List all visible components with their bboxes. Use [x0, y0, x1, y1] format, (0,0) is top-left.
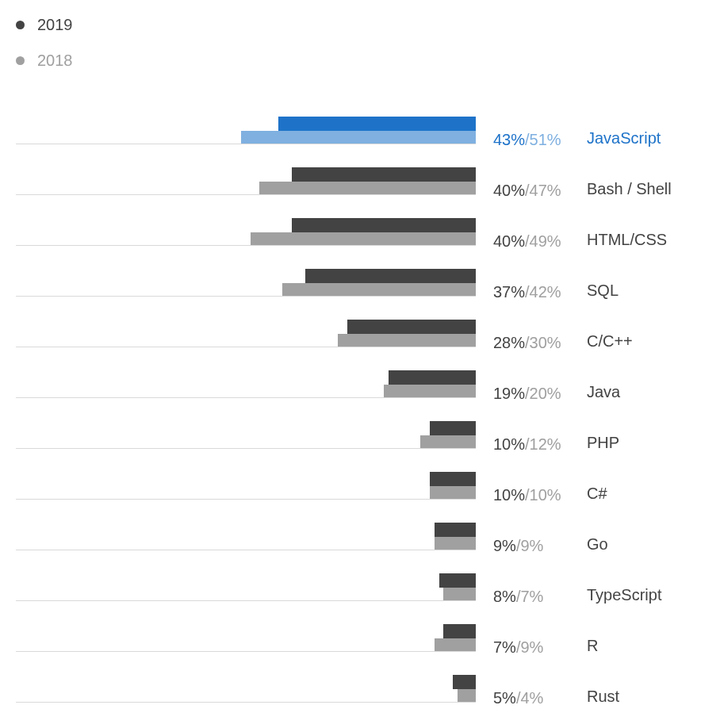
- bar-track: [16, 195, 476, 246]
- bar-2019: [430, 421, 476, 435]
- bar-track: [16, 601, 476, 652]
- bar-2018: [435, 638, 476, 651]
- bar-2018: [259, 182, 476, 194]
- bar-2019: [439, 573, 476, 588]
- value-labels: 5%/4%: [476, 652, 587, 703]
- legend-dot-2018-icon: [16, 56, 25, 65]
- bar-2018: [338, 334, 476, 347]
- chart-row: 10%/10%C#: [16, 449, 712, 500]
- value-labels: 9%/9%: [476, 500, 587, 550]
- bar-2018: [384, 385, 476, 397]
- bar-2018: [458, 689, 476, 702]
- value-labels: 10%/10%: [476, 449, 587, 500]
- legend-dot-2019-icon: [16, 21, 25, 29]
- chart-row: 5%/4%Rust: [16, 652, 712, 703]
- value-labels: 19%/20%: [476, 347, 587, 398]
- category-label: Java: [587, 347, 712, 398]
- bar-track: [16, 297, 476, 347]
- category-label: HTML/CSS: [587, 195, 712, 246]
- chart-row: 10%/12%PHP: [16, 398, 712, 449]
- bar-2019: [292, 218, 476, 232]
- bar-2018: [443, 588, 476, 600]
- bar-track: [16, 652, 476, 703]
- bar-2018: [420, 435, 476, 448]
- bar-2018: [435, 537, 476, 550]
- value-labels: 10%/12%: [476, 398, 587, 449]
- category-label: Bash / Shell: [587, 144, 712, 195]
- bar-2019: [443, 624, 476, 638]
- legend-item-2019: 2019: [16, 16, 712, 34]
- bar-2018: [241, 131, 476, 144]
- chart-row: 19%/20%Java: [16, 347, 712, 398]
- bar-2019: [305, 269, 476, 283]
- value-2019: 5%: [493, 689, 516, 707]
- bar-track: [16, 449, 476, 500]
- chart-row: 40%/49%HTML/CSS: [16, 195, 712, 246]
- bar-track: [16, 94, 476, 144]
- bar-2019: [389, 370, 476, 385]
- bar-2018: [430, 486, 476, 499]
- bar-2019: [430, 472, 476, 486]
- category-label: C#: [587, 449, 712, 500]
- chart-row: 7%/9%R: [16, 601, 712, 652]
- chart-row: 37%/42%SQL: [16, 246, 712, 297]
- value-labels: 37%/42%: [476, 246, 587, 297]
- bar-track: [16, 398, 476, 449]
- bar-2019: [347, 320, 476, 334]
- chart-row: 40%/47%Bash / Shell: [16, 144, 712, 195]
- bar-track: [16, 144, 476, 195]
- category-label: TypeScript: [587, 550, 712, 601]
- bar-2018: [251, 232, 476, 245]
- legend-label-2018: 2018: [37, 52, 73, 70]
- legend-label-2019: 2019: [37, 16, 73, 34]
- chart-row: 28%/30%C/C++: [16, 297, 712, 347]
- bar-2019: [278, 117, 476, 131]
- value-labels: 7%/9%: [476, 601, 587, 652]
- bar-track: [16, 550, 476, 601]
- bar-track: [16, 347, 476, 398]
- chart-row: 9%/9%Go: [16, 500, 712, 550]
- chart-rows: 43%/51%JavaScript40%/47%Bash / Shell40%/…: [16, 94, 712, 703]
- category-label: R: [587, 601, 712, 652]
- bar-2019: [292, 167, 476, 182]
- category-label: JavaScript: [587, 94, 712, 144]
- legend-item-2018: 2018: [16, 52, 712, 70]
- chart-row: 43%/51%JavaScript: [16, 94, 712, 144]
- value-labels: 43%/51%: [476, 94, 587, 144]
- value-labels: 40%/49%: [476, 195, 587, 246]
- category-label: Go: [587, 500, 712, 550]
- category-label: Rust: [587, 652, 712, 703]
- bar-track: [16, 246, 476, 297]
- category-label: SQL: [587, 246, 712, 297]
- bar-2019: [453, 675, 476, 689]
- category-label: C/C++: [587, 297, 712, 347]
- chart-row: 8%/7%TypeScript: [16, 550, 712, 601]
- bar-track: [16, 500, 476, 550]
- value-2018: 4%: [520, 689, 543, 707]
- bar-2018: [282, 283, 476, 296]
- legend: 2019 2018: [16, 16, 712, 70]
- category-label: PHP: [587, 398, 712, 449]
- bar-2019: [435, 523, 476, 537]
- value-labels: 28%/30%: [476, 297, 587, 347]
- value-labels: 40%/47%: [476, 144, 587, 195]
- value-labels: 8%/7%: [476, 550, 587, 601]
